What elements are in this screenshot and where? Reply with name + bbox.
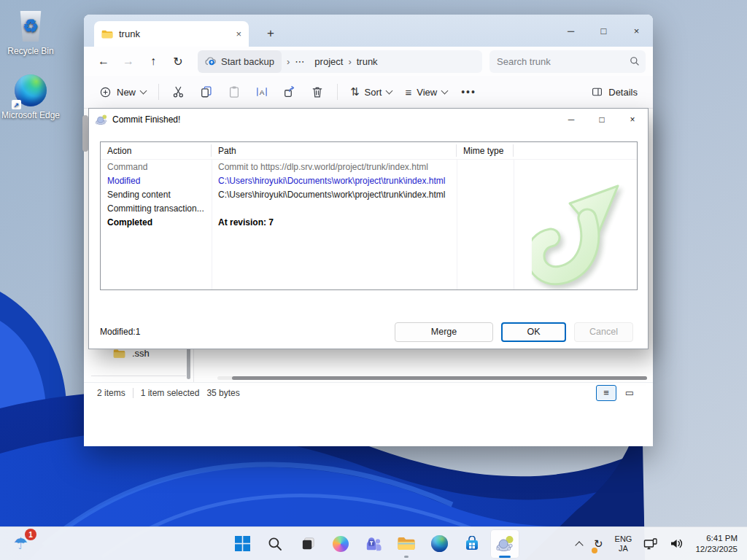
horizontal-scrollbar-thumb[interactable] <box>232 376 647 380</box>
share-button[interactable] <box>276 79 303 104</box>
svg-text:A: A <box>260 88 265 96</box>
column-action[interactable]: Action <box>101 144 212 157</box>
background-scrollbar-thumb[interactable] <box>82 115 88 152</box>
copilot-icon <box>333 536 349 552</box>
new-tab-button[interactable]: + <box>260 23 281 44</box>
sort-icon: ⇅ <box>350 85 360 98</box>
details-pane-button[interactable]: Details <box>584 82 644 102</box>
taskbar-weather-widget[interactable]: ☂ 1 <box>6 529 35 558</box>
row-path: C:\Users\hiroyuki\Documents\work\project… <box>212 176 457 186</box>
recycle-symbol-icon: ♻ <box>23 18 39 35</box>
up-button[interactable]: ↑ <box>141 50 166 73</box>
view-button-label: View <box>417 87 437 98</box>
list-header[interactable]: Action Path Mime type <box>101 142 637 160</box>
share-icon <box>283 85 296 98</box>
breadcrumb-ellipsis[interactable]: ⋯ <box>295 56 304 67</box>
start-button[interactable] <box>228 529 257 559</box>
breadcrumb-project[interactable]: project <box>314 56 343 67</box>
selection-size: 35 bytes <box>206 388 239 398</box>
trash-icon <box>311 85 324 98</box>
microsoft-store-button[interactable] <box>457 529 487 559</box>
selection-info: 1 item selected <box>141 388 200 398</box>
taskbar-search-button[interactable] <box>260 529 290 559</box>
sort-button[interactable]: ⇅ Sort <box>344 81 398 103</box>
search-input[interactable] <box>495 55 630 68</box>
file-explorer-icon <box>397 536 416 551</box>
window-maximize-button[interactable]: □ <box>587 15 620 47</box>
cancel-button: Cancel <box>574 322 633 342</box>
cut-button[interactable] <box>165 79 193 104</box>
items-count: 2 items <box>97 388 125 398</box>
commit-arrow-watermark <box>532 180 625 289</box>
copy-icon <box>200 85 213 98</box>
tortoisesvn-icon <box>495 535 514 552</box>
row-action: Completed <box>101 217 212 228</box>
volume-icon[interactable] <box>666 531 687 557</box>
sort-button-label: Sort <box>365 87 382 98</box>
more-options-button[interactable]: ••• <box>454 86 484 98</box>
language-secondary: JA <box>619 544 628 553</box>
search-box[interactable] <box>489 50 646 73</box>
row-action: Committing transaction... <box>101 203 212 214</box>
dialog-close-button[interactable]: × <box>617 109 648 131</box>
commit-progress-list[interactable]: Action Path Mime type Command Commit to … <box>100 141 638 290</box>
window-minimize-button[interactable]: ─ <box>554 15 587 47</box>
paste-icon <box>228 85 241 98</box>
forward-button: → <box>116 50 141 73</box>
breadcrumb-trunk[interactable]: trunk <box>357 56 378 67</box>
desktop-icon-recycle-bin[interactable]: ♻ Recycle Bin <box>0 9 61 56</box>
dialog-minimize-button[interactable]: ─ <box>556 109 587 131</box>
window-close-button[interactable]: × <box>620 15 653 47</box>
recycle-bin-icon: ♻ <box>13 9 48 44</box>
tab-close-icon[interactable]: × <box>236 28 241 39</box>
back-button[interactable]: ← <box>91 50 116 73</box>
sidebar-item-ssh[interactable]: .ssh <box>113 348 150 359</box>
clock-widget[interactable]: 6:41 PM 12/23/2025 <box>692 531 741 557</box>
language-primary: ENG <box>615 534 632 544</box>
thumbnail-view-toggle[interactable]: ▭ <box>619 385 640 401</box>
details-view-toggle[interactable]: ≡ <box>596 385 616 401</box>
dialog-title: Commit Finished! <box>112 114 180 125</box>
paste-button <box>220 79 248 104</box>
network-icon[interactable] <box>640 531 662 557</box>
language-indicator[interactable]: ENG JA <box>611 531 636 557</box>
copy-button[interactable] <box>193 79 220 104</box>
details-pane-icon <box>591 86 603 98</box>
task-view-button[interactable] <box>293 529 322 559</box>
microsoft-store-icon <box>464 536 480 552</box>
merge-button[interactable]: Merge <box>395 322 493 342</box>
row-path: Commit to https://dlp.srv.world/project/… <box>212 162 457 172</box>
sync-status-icon[interactable]: ↻ <box>590 531 607 557</box>
ok-button[interactable]: OK <box>501 322 566 342</box>
refresh-button[interactable]: ↻ <box>166 50 190 73</box>
file-explorer-button[interactable] <box>392 529 421 559</box>
explorer-tab-trunk[interactable]: trunk × <box>94 21 249 47</box>
dialog-maximize-button[interactable]: □ <box>587 109 617 131</box>
sidebar-scrollbar[interactable] <box>187 346 190 379</box>
explorer-status-bar: 2 items 1 item selected 35 bytes ≡ ▭ <box>84 382 653 402</box>
tortoisesvn-task-button[interactable] <box>490 529 519 559</box>
new-button[interactable]: New <box>93 82 152 103</box>
desktop-icon-microsoft-edge[interactable]: ↗ Microsoft Edge <box>0 73 61 120</box>
list-row-command[interactable]: Command Commit to https://dlp.srv.world/… <box>101 160 637 174</box>
chevron-down-icon <box>441 87 449 94</box>
edge-button[interactable] <box>425 529 454 559</box>
copilot-button[interactable] <box>326 529 355 559</box>
view-icon: ≡ <box>405 86 411 98</box>
row-action: Command <box>101 162 212 172</box>
new-button-label: New <box>117 87 136 98</box>
column-path[interactable]: Path <box>212 144 457 157</box>
folder-icon <box>113 349 125 359</box>
view-button[interactable]: ≡ View <box>398 82 454 103</box>
address-bar[interactable]: Start backup › ⋯ project › trunk <box>198 50 482 73</box>
row-action: Sending content <box>101 190 212 200</box>
rename-icon: A <box>255 85 268 98</box>
onedrive-backup-chip[interactable]: Start backup <box>198 50 282 73</box>
recycle-bin-label: Recycle Bin <box>0 46 61 56</box>
tray-overflow-chevron[interactable] <box>573 531 586 557</box>
column-mime-type[interactable]: Mime type <box>457 144 514 157</box>
rename-button[interactable]: A <box>248 79 276 104</box>
delete-button[interactable] <box>303 79 331 104</box>
teams-button[interactable] <box>359 529 388 559</box>
dialog-title-bar[interactable]: Commit Finished! ─ □ × <box>89 109 648 131</box>
